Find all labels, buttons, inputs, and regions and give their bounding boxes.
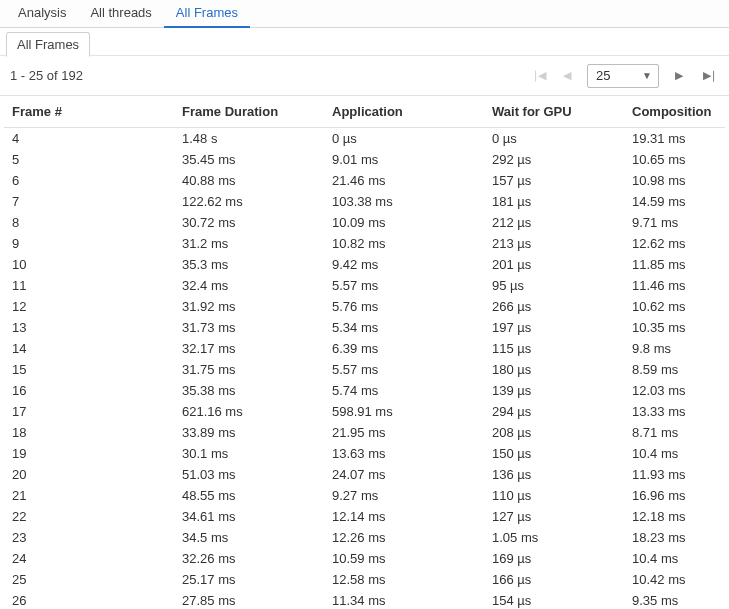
col-duration[interactable]: Frame Duration	[174, 96, 324, 128]
cell-composition: 19.31 ms	[624, 128, 725, 150]
pager-last-button[interactable]	[699, 66, 719, 86]
frames-table: Frame # Frame Duration Application Wait …	[4, 96, 725, 609]
cell-application: 9.01 ms	[324, 149, 484, 170]
pager-next-button[interactable]	[669, 66, 689, 86]
table-row[interactable]: 1132.4 ms5.57 ms95 µs11.46 ms	[4, 275, 725, 296]
cell-application: 5.74 ms	[324, 380, 484, 401]
cell-application: 13.63 ms	[324, 443, 484, 464]
view-tab-label: All Frames	[176, 5, 238, 20]
cell-composition: 10.62 ms	[624, 296, 725, 317]
cell-frame: 18	[4, 422, 174, 443]
table-row[interactable]: 1833.89 ms21.95 ms208 µs8.71 ms	[4, 422, 725, 443]
cell-wait-gpu: 201 µs	[484, 254, 624, 275]
view-tab-label: Analysis	[18, 5, 66, 20]
cell-application: 9.42 ms	[324, 254, 484, 275]
table-row[interactable]: 17621.16 ms598.91 ms294 µs13.33 ms	[4, 401, 725, 422]
cell-application: 5.34 ms	[324, 317, 484, 338]
table-row[interactable]: 1432.17 ms6.39 ms115 µs9.8 ms	[4, 338, 725, 359]
subview-tab[interactable]: All Frames	[6, 32, 90, 57]
table-row[interactable]: 830.72 ms10.09 ms212 µs9.71 ms	[4, 212, 725, 233]
cell-frame: 21	[4, 485, 174, 506]
cell-frame: 26	[4, 590, 174, 609]
cell-wait-gpu: 266 µs	[484, 296, 624, 317]
cell-composition: 10.4 ms	[624, 443, 725, 464]
col-wait-gpu[interactable]: Wait for GPU	[484, 96, 624, 128]
pager-first-button[interactable]	[527, 66, 547, 86]
table-row[interactable]: 931.2 ms10.82 ms213 µs12.62 ms	[4, 233, 725, 254]
cell-application: 12.14 ms	[324, 506, 484, 527]
cell-frame: 8	[4, 212, 174, 233]
table-row[interactable]: 535.45 ms9.01 ms292 µs10.65 ms	[4, 149, 725, 170]
cell-duration: 25.17 ms	[174, 569, 324, 590]
cell-duration: 40.88 ms	[174, 170, 324, 191]
table-row[interactable]: 2334.5 ms12.26 ms1.05 ms18.23 ms	[4, 527, 725, 548]
cell-duration: 1.48 s	[174, 128, 324, 150]
cell-application: 5.76 ms	[324, 296, 484, 317]
cell-duration: 32.4 ms	[174, 275, 324, 296]
cell-wait-gpu: 1.05 ms	[484, 527, 624, 548]
cell-duration: 122.62 ms	[174, 191, 324, 212]
table-row[interactable]: 1930.1 ms13.63 ms150 µs10.4 ms	[4, 443, 725, 464]
cell-duration: 32.17 ms	[174, 338, 324, 359]
cell-application: 21.95 ms	[324, 422, 484, 443]
view-tab[interactable]: All Frames	[164, 0, 250, 28]
cell-application: 21.46 ms	[324, 170, 484, 191]
cell-application: 10.09 ms	[324, 212, 484, 233]
cell-frame: 17	[4, 401, 174, 422]
pager-range-label: 1 - 25 of 192	[10, 68, 83, 83]
cell-application: 12.58 ms	[324, 569, 484, 590]
cell-duration: 48.55 ms	[174, 485, 324, 506]
table-row[interactable]: 2148.55 ms9.27 ms110 µs16.96 ms	[4, 485, 725, 506]
cell-wait-gpu: 110 µs	[484, 485, 624, 506]
table-row[interactable]: 1531.75 ms5.57 ms180 µs8.59 ms	[4, 359, 725, 380]
cell-composition: 12.03 ms	[624, 380, 725, 401]
table-row[interactable]: 2627.85 ms11.34 ms154 µs9.35 ms	[4, 590, 725, 609]
pager-controls: 25 ▼	[527, 64, 719, 88]
cell-application: 12.26 ms	[324, 527, 484, 548]
cell-composition: 9.35 ms	[624, 590, 725, 609]
page-size-select[interactable]: 25 ▼	[587, 64, 659, 88]
cell-duration: 30.72 ms	[174, 212, 324, 233]
cell-application: 10.59 ms	[324, 548, 484, 569]
col-application[interactable]: Application	[324, 96, 484, 128]
cell-frame: 9	[4, 233, 174, 254]
cell-composition: 9.8 ms	[624, 338, 725, 359]
cell-frame: 14	[4, 338, 174, 359]
view-tab[interactable]: Analysis	[6, 0, 78, 28]
table-row[interactable]: 41.48 s0 µs0 µs19.31 ms	[4, 128, 725, 150]
view-tab[interactable]: All threads	[78, 0, 163, 28]
cell-frame: 4	[4, 128, 174, 150]
chevron-down-icon: ▼	[642, 70, 652, 81]
col-frame[interactable]: Frame #	[4, 96, 174, 128]
frames-table-header-row: Frame # Frame Duration Application Wait …	[4, 96, 725, 128]
table-row[interactable]: 1635.38 ms5.74 ms139 µs12.03 ms	[4, 380, 725, 401]
table-row[interactable]: 2234.61 ms12.14 ms127 µs12.18 ms	[4, 506, 725, 527]
table-row[interactable]: 1035.3 ms9.42 ms201 µs11.85 ms	[4, 254, 725, 275]
cell-wait-gpu: 212 µs	[484, 212, 624, 233]
cell-wait-gpu: 197 µs	[484, 317, 624, 338]
cell-composition: 11.93 ms	[624, 464, 725, 485]
cell-duration: 35.38 ms	[174, 380, 324, 401]
cell-composition: 13.33 ms	[624, 401, 725, 422]
cell-frame: 5	[4, 149, 174, 170]
table-row[interactable]: 1231.92 ms5.76 ms266 µs10.62 ms	[4, 296, 725, 317]
table-row[interactable]: 2525.17 ms12.58 ms166 µs10.42 ms	[4, 569, 725, 590]
cell-duration: 35.3 ms	[174, 254, 324, 275]
table-row[interactable]: 7122.62 ms103.38 ms181 µs14.59 ms	[4, 191, 725, 212]
cell-wait-gpu: 136 µs	[484, 464, 624, 485]
pager-prev-button[interactable]	[557, 66, 577, 86]
cell-wait-gpu: 150 µs	[484, 443, 624, 464]
table-row[interactable]: 640.88 ms21.46 ms157 µs10.98 ms	[4, 170, 725, 191]
cell-wait-gpu: 115 µs	[484, 338, 624, 359]
table-row[interactable]: 2051.03 ms24.07 ms136 µs11.93 ms	[4, 464, 725, 485]
cell-composition: 10.4 ms	[624, 548, 725, 569]
table-row[interactable]: 1331.73 ms5.34 ms197 µs10.35 ms	[4, 317, 725, 338]
table-row[interactable]: 2432.26 ms10.59 ms169 µs10.4 ms	[4, 548, 725, 569]
cell-frame: 20	[4, 464, 174, 485]
col-composition[interactable]: Composition	[624, 96, 725, 128]
cell-composition: 14.59 ms	[624, 191, 725, 212]
cell-frame: 11	[4, 275, 174, 296]
cell-application: 9.27 ms	[324, 485, 484, 506]
cell-duration: 30.1 ms	[174, 443, 324, 464]
cell-application: 10.82 ms	[324, 233, 484, 254]
